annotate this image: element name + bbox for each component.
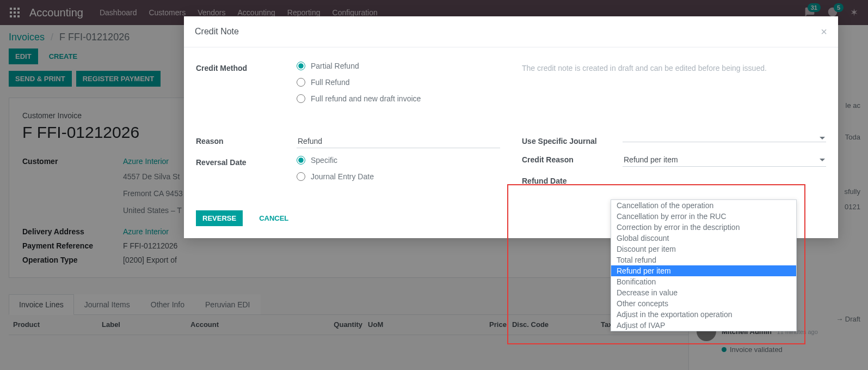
credit-reason-option[interactable]: Adjust of IVAP [611,320,796,331]
helper-text: The credit note is created in draft and … [522,62,826,72]
credit-reason-label: Credit Reason [522,153,623,164]
close-icon[interactable]: × [821,26,827,37]
credit-reason-option[interactable]: Cancellation of the operation [611,200,796,211]
credit-reason-dropdown[interactable]: Cancellation of the operationCancellatio… [611,199,797,331]
journal-label: Use Specific Journal [522,135,623,145]
credit-reason-option[interactable]: Global discount [611,233,796,244]
credit-method-label: Credit Method [196,62,297,72]
journal-select[interactable] [623,135,826,142]
radio-partial-refund[interactable]: Partial Refund [297,62,500,70]
radio-specific-date[interactable]: Specific [297,156,500,165]
reason-label: Reason [196,135,297,145]
modal-header: Credit Note × [184,16,838,47]
reason-input[interactable] [297,135,500,148]
radio-full-refund[interactable]: Full Refund [297,78,500,87]
credit-reason-option[interactable]: Cancellation by error in the RUC [611,211,796,222]
credit-reason-option[interactable]: Adjust in the exportation operation [611,309,796,320]
credit-reason-option[interactable]: Correction by error in the description [611,222,796,233]
reversal-date-label: Reversal Date [196,156,297,167]
modal-title: Credit Note [195,27,239,37]
credit-reason-select[interactable]: Refund per item [623,153,826,167]
refund-date-label: Refund Date [522,174,623,185]
credit-reason-option[interactable]: Total refund [611,254,796,265]
credit-reason-option[interactable]: Other concepts [611,298,796,309]
credit-reason-option[interactable]: Refund per item [611,265,796,276]
credit-reason-option[interactable]: Discount per item [611,244,796,254]
reverse-button[interactable]: REVERSE [196,210,243,226]
radio-full-refund-new-draft[interactable]: Full refund and new draft invoice [297,94,500,103]
radio-journal-entry-date[interactable]: Journal Entry Date [297,172,500,181]
chevron-down-icon [820,137,825,139]
cancel-button[interactable]: CANCEL [253,210,295,226]
credit-reason-option[interactable]: Decrease in value [611,287,796,298]
credit-reason-option[interactable]: Bonification [611,276,796,287]
chevron-down-icon [820,159,825,161]
